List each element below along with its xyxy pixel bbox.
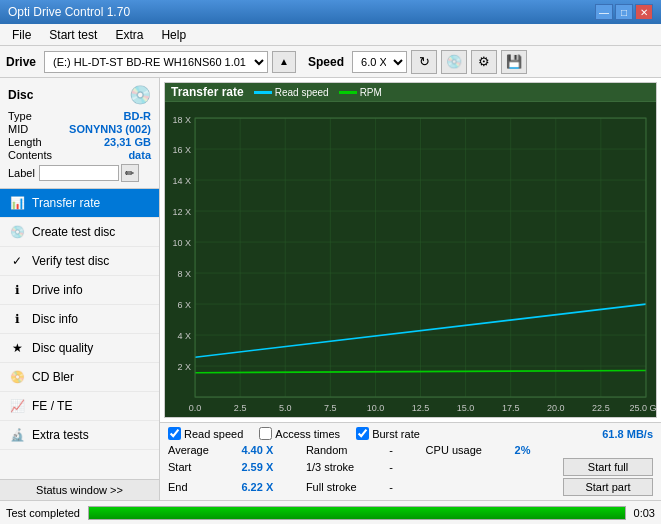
burst-rate-checkbox[interactable]: [356, 427, 369, 440]
legend-read-speed-label: Read speed: [275, 87, 329, 98]
nav-disc-info-label: Disc info: [32, 312, 78, 326]
svg-text:4 X: 4 X: [178, 330, 192, 342]
start-value: 2.59 X: [241, 461, 299, 473]
svg-text:2 X: 2 X: [178, 361, 192, 373]
nav-transfer-rate-label: Transfer rate: [32, 196, 100, 210]
full-stroke-value: -: [389, 481, 419, 493]
random-label: Random: [306, 444, 383, 456]
read-speed-checkbox-group: Read speed: [168, 427, 243, 440]
nav-disc-quality[interactable]: ★ Disc quality: [0, 334, 159, 363]
svg-text:10 X: 10 X: [173, 237, 192, 249]
menu-help[interactable]: Help: [153, 26, 194, 44]
legend-rpm: RPM: [339, 87, 382, 98]
start-part-button[interactable]: Start part: [563, 478, 653, 496]
stats-area: Read speed Access times Burst rate 61.8 …: [160, 422, 661, 500]
progress-bar: [89, 507, 625, 519]
svg-text:18 X: 18 X: [173, 113, 192, 125]
end-label: End: [168, 481, 235, 493]
chart-title: Transfer rate: [171, 85, 244, 99]
chart-container: Transfer rate Read speed RPM: [164, 82, 657, 418]
nav-create-test-disc-label: Create test disc: [32, 225, 115, 239]
drive-toolbar: Drive (E:) HL-DT-ST BD-RE WH16NS60 1.01 …: [0, 46, 661, 78]
nav-cd-bler-label: CD Bler: [32, 370, 74, 384]
drive-label: Drive: [6, 55, 36, 69]
progress-bar-container: [88, 506, 626, 520]
access-times-legend-label: Access times: [275, 428, 340, 440]
type-value: BD-R: [124, 110, 152, 122]
read-speed-legend-label: Read speed: [184, 428, 243, 440]
label-label: Label: [8, 167, 35, 179]
nav-fe-te[interactable]: 📈 FE / TE: [0, 392, 159, 421]
nav-verify-test-disc-label: Verify test disc: [32, 254, 109, 268]
time-display: 0:03: [634, 507, 655, 519]
average-value: 4.40 X: [241, 444, 299, 456]
menu-extra[interactable]: Extra: [107, 26, 151, 44]
nav-disc-quality-label: Disc quality: [32, 341, 93, 355]
end-value: 6.22 X: [241, 481, 299, 493]
svg-text:8 X: 8 X: [178, 268, 192, 280]
one-third-stroke-label: 1/3 stroke: [306, 461, 383, 473]
extra-tests-icon: 🔬: [8, 426, 26, 444]
svg-text:22.5: 22.5: [592, 402, 610, 414]
length-value: 23,31 GB: [104, 136, 151, 148]
eject-button[interactable]: ▲: [272, 51, 296, 73]
menu-file[interactable]: File: [4, 26, 39, 44]
random-value: -: [389, 444, 419, 456]
cpu-usage-value: 2%: [515, 444, 558, 456]
window-controls: — □ ✕: [595, 4, 653, 20]
burst-rate-value: 61.8 MB/s: [602, 428, 653, 440]
nav-cd-bler[interactable]: 📀 CD Bler: [0, 363, 159, 392]
svg-text:0.0: 0.0: [189, 402, 202, 414]
disc-info-icon: ℹ: [8, 310, 26, 328]
disc-section-label: Disc: [8, 88, 33, 102]
menu-start-test[interactable]: Start test: [41, 26, 105, 44]
svg-text:12.5: 12.5: [412, 402, 430, 414]
burst-rate-checkbox-group: Burst rate: [356, 427, 420, 440]
svg-text:20.0: 20.0: [547, 402, 565, 414]
length-label: Length: [8, 136, 42, 148]
svg-text:6 X: 6 X: [178, 299, 192, 311]
nav-verify-test-disc[interactable]: ✓ Verify test disc: [0, 247, 159, 276]
cd-bler-icon: 📀: [8, 368, 26, 386]
svg-text:2.5: 2.5: [234, 402, 247, 414]
read-speed-checkbox[interactable]: [168, 427, 181, 440]
one-third-stroke-value: -: [389, 461, 419, 473]
svg-text:25.0 GB: 25.0 GB: [629, 402, 656, 414]
contents-label: Contents: [8, 149, 52, 161]
svg-text:14 X: 14 X: [173, 175, 192, 187]
chart-svg-container: 18 X 16 X 14 X 12 X 10 X 8 X 6 X 4 X 2 X…: [165, 107, 656, 417]
access-times-checkbox-group: Access times: [259, 427, 340, 440]
nav-extra-tests[interactable]: 🔬 Extra tests: [0, 421, 159, 450]
maximize-button[interactable]: □: [615, 4, 633, 20]
nav-transfer-rate[interactable]: 📊 Transfer rate: [0, 189, 159, 218]
access-times-checkbox[interactable]: [259, 427, 272, 440]
save-button[interactable]: 💾: [501, 50, 527, 74]
read-speed-color: [254, 91, 272, 94]
status-text: Test completed: [6, 507, 80, 519]
minimize-button[interactable]: —: [595, 4, 613, 20]
nav-drive-info[interactable]: ℹ Drive info: [0, 276, 159, 305]
start-full-button[interactable]: Start full: [563, 458, 653, 476]
drive-select[interactable]: (E:) HL-DT-ST BD-RE WH16NS60 1.01: [44, 51, 268, 73]
speed-select[interactable]: 6.0 X: [352, 51, 407, 73]
label-input[interactable]: [39, 165, 119, 181]
nav-disc-info[interactable]: ℹ Disc info: [0, 305, 159, 334]
nav-extra-tests-label: Extra tests: [32, 428, 89, 442]
disc-button[interactable]: 💿: [441, 50, 467, 74]
close-button[interactable]: ✕: [635, 4, 653, 20]
settings-button[interactable]: ⚙: [471, 50, 497, 74]
rpm-color: [339, 91, 357, 94]
app-title: Opti Drive Control 1.70: [8, 5, 130, 19]
label-edit-button[interactable]: ✏: [121, 164, 139, 182]
svg-text:17.5: 17.5: [502, 402, 520, 414]
sidebar: Disc 💿 Type BD-R MID SONYNN3 (002) Lengt…: [0, 78, 160, 500]
nav-create-test-disc[interactable]: 💿 Create test disc: [0, 218, 159, 247]
create-disc-icon: 💿: [8, 223, 26, 241]
main-layout: Disc 💿 Type BD-R MID SONYNN3 (002) Lengt…: [0, 78, 661, 500]
menubar: File Start test Extra Help: [0, 24, 661, 46]
refresh-button[interactable]: ↻: [411, 50, 437, 74]
titlebar: Opti Drive Control 1.70 — □ ✕: [0, 0, 661, 24]
legend-row: Read speed Access times Burst rate 61.8 …: [168, 427, 653, 440]
nav-drive-info-label: Drive info: [32, 283, 83, 297]
status-window-button[interactable]: Status window >>: [0, 479, 159, 500]
